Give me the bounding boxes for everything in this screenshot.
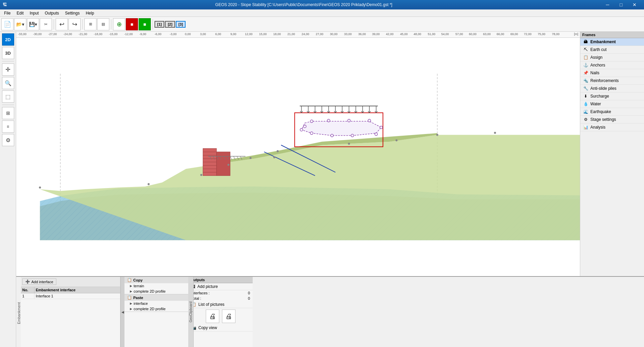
paste-icon: 📋: [127, 295, 132, 300]
menu-file[interactable]: File: [1, 10, 13, 16]
frame-analysis-label: Analysis: [590, 125, 606, 130]
left-sep1: [2, 61, 14, 61]
stage-settings-icon: ⚙: [583, 117, 588, 122]
3d-view-button[interactable]: 3D: [2, 47, 14, 59]
frame-embankment-label: Embankment: [590, 39, 616, 44]
paste-interface[interactable]: ▶ interface: [124, 301, 188, 306]
undo-button[interactable]: ↩: [56, 18, 68, 30]
minimize-button[interactable]: ─: [601, 0, 614, 9]
menu-input[interactable]: Input: [27, 10, 41, 16]
template2-button[interactable]: ▤: [97, 18, 109, 30]
arrow-icon3: ▶: [130, 302, 132, 305]
frame-earthquake[interactable]: 🌊 Earthquake: [580, 108, 644, 116]
svg-point-58: [494, 132, 496, 134]
col-name: Embankment interface: [34, 287, 120, 293]
table-view-button[interactable]: ⊞: [2, 107, 14, 119]
new-button[interactable]: 📄: [1, 18, 13, 30]
app-icon: 🏗: [3, 2, 7, 7]
redo-button[interactable]: ↪: [68, 18, 81, 30]
anti-slide-icon: 🔧: [583, 86, 588, 91]
scene-svg: [16, 38, 580, 276]
row-no: 1: [21, 293, 34, 299]
svg-point-46: [310, 132, 313, 135]
svg-point-55: [273, 156, 275, 158]
nails-icon: 📌: [583, 70, 588, 76]
copy-header: 📋 Copy: [124, 277, 188, 283]
print-row: 🖨 🖨: [189, 308, 253, 324]
add-picture-button[interactable]: 🖼 Add picture: [189, 283, 253, 290]
stage-active-button[interactable]: ■: [139, 18, 151, 30]
frame-anchors-label: Anchors: [590, 63, 605, 68]
stage-1-button[interactable]: [1]: [155, 21, 164, 28]
earthquake-icon: 🌊: [583, 109, 588, 114]
menu-help[interactable]: Help: [83, 10, 97, 16]
toolbar: 📄 📂▾ 💾▾ ✂ ↩ ↪ ⊞ ▤ ⊕ ■ ■ [1] [2] [3]: [0, 17, 644, 32]
template-button[interactable]: ⊞: [84, 18, 96, 30]
frame-surcharge-label: Surcharge: [590, 94, 609, 99]
canvas-content[interactable]: [16, 38, 580, 276]
menubar: File Edit Input Outputs Settings Help: [0, 9, 644, 17]
table-row[interactable]: 1 Interface 1: [21, 293, 120, 299]
svg-point-53: [277, 150, 279, 152]
frames-header: Frames: [580, 32, 644, 38]
close-button[interactable]: ✕: [628, 0, 641, 9]
stage-delete-button[interactable]: ■: [126, 18, 138, 30]
copy-view-button[interactable]: 📷 Copy view: [189, 324, 253, 331]
stage-add-button[interactable]: ⊕: [113, 18, 125, 30]
collapse-handle[interactable]: ◀: [120, 277, 124, 347]
frame-reinforcements[interactable]: 🔩 Reinforcements: [580, 77, 644, 85]
frame-stage-settings[interactable]: ⚙ Stage settings: [580, 116, 644, 124]
arrow-icon2: ▶: [130, 290, 132, 293]
save-button[interactable]: 💾▾: [27, 18, 39, 30]
add-interface-button[interactable]: ➕ Add interface: [22, 278, 56, 285]
embankment-icon: 🏔: [583, 39, 588, 45]
frame-anchors[interactable]: ⚓ Anchors: [580, 61, 644, 69]
move-tool[interactable]: ✛: [2, 63, 14, 76]
bottom-left-panel: ➕ Add interface No. Embankment interface…: [21, 277, 120, 347]
stage-2-button[interactable]: [2]: [165, 21, 175, 28]
interfaces-stat: Interfaces : 0: [189, 290, 253, 296]
frame-surcharge[interactable]: ⬇ Surcharge: [580, 92, 644, 100]
paste-section: 📋 Paste ▶ interface ▶ complete 2D profil…: [124, 294, 188, 312]
svg-point-37: [304, 125, 306, 128]
list-of-pictures-button[interactable]: 📋 List of pictures: [189, 301, 253, 308]
select-tool[interactable]: ⬚: [2, 90, 14, 103]
frame-anti-slide-piles[interactable]: 🔧 Anti-slide piles: [580, 85, 644, 92]
maximize-button[interactable]: □: [614, 0, 628, 9]
frame-assign[interactable]: 📋 Assign: [580, 54, 644, 61]
settings-button[interactable]: ⚙: [2, 134, 14, 146]
surcharge-icon: ⬇: [583, 94, 588, 99]
toolbar-sep1: [54, 19, 54, 29]
open-button[interactable]: 📂▾: [14, 18, 26, 30]
canvas-area[interactable]: -33,00 -30,00 -27,00 -24,00 -21,00 -18,0…: [16, 32, 580, 276]
menu-outputs[interactable]: Outputs: [42, 10, 62, 16]
paste-complete-2d[interactable]: ▶ complete 2D profile: [124, 306, 188, 312]
svg-point-49: [148, 183, 150, 185]
print-button2[interactable]: 🖨: [222, 310, 235, 323]
frame-earth-cut[interactable]: ⛏ Earth cut: [580, 46, 644, 54]
row-name: Interface 1: [34, 293, 120, 299]
frame-embankment[interactable]: 🏔 Embankment: [580, 38, 644, 46]
zoom-tool[interactable]: 🔍: [2, 77, 14, 89]
frame-water[interactable]: 💧 Water: [580, 100, 644, 108]
svg-point-41: [368, 119, 371, 122]
embankment-side-label: Embankment: [16, 279, 22, 347]
svg-point-52: [250, 157, 252, 159]
title-text: GEOS 2020 - Slope Stability [C:\Users\Pu…: [7, 2, 601, 7]
assign-icon: 📋: [583, 55, 588, 60]
svg-point-54: [436, 134, 438, 136]
menu-edit[interactable]: Edit: [14, 10, 26, 16]
menu-settings[interactable]: Settings: [62, 10, 82, 16]
svg-point-44: [351, 134, 354, 137]
frame-nails[interactable]: 📌 Nails: [580, 69, 644, 77]
stage-3-button[interactable]: [3]: [176, 21, 186, 28]
edit-button[interactable]: ✂: [40, 18, 52, 30]
copy-terrain[interactable]: ▶ terrain: [124, 283, 188, 289]
frame-analysis[interactable]: 📊 Analysis: [580, 124, 644, 131]
copy-complete-2d[interactable]: ▶ complete 2D profile: [124, 289, 188, 294]
2d-view-button[interactable]: 2D: [2, 33, 14, 46]
svg-point-39: [327, 119, 330, 122]
print-button1[interactable]: 🖨: [206, 310, 219, 323]
label-view-button[interactable]: ≡: [2, 121, 14, 133]
svg-point-45: [331, 134, 333, 137]
